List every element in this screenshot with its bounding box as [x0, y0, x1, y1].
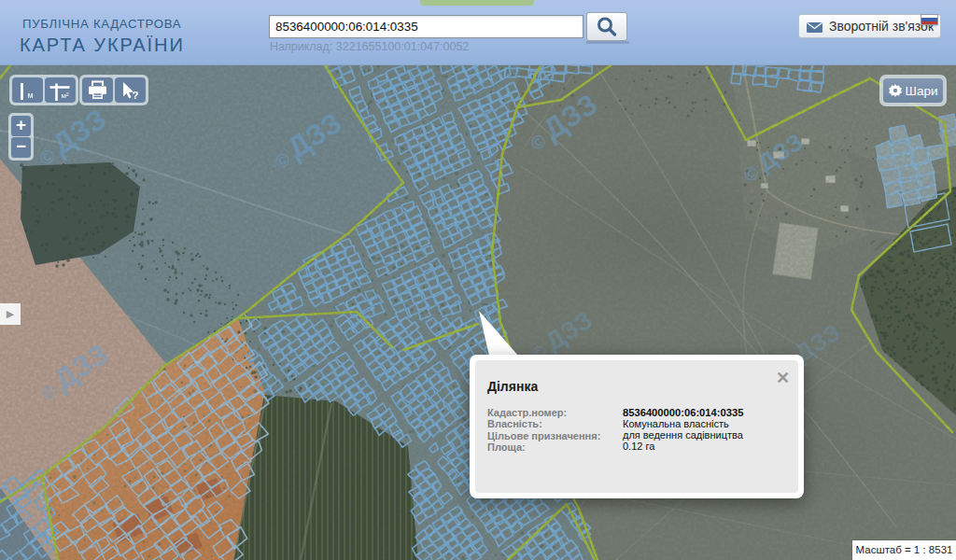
svg-text:м²: м² — [62, 91, 70, 100]
svg-text:?: ? — [133, 90, 139, 101]
svg-text:м: м — [28, 91, 34, 100]
